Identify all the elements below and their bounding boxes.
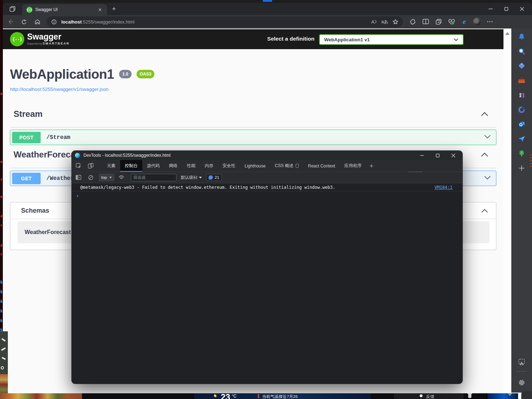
- split-screen-button[interactable]: [419, 16, 432, 27]
- smartbear-brand: SMARTBEAR: [43, 42, 70, 45]
- sidebar-drop-button[interactable]: [515, 133, 528, 145]
- minimize-button[interactable]: [483, 4, 498, 14]
- weather-widget[interactable]: 23 °C 当前气温接近7月26: [194, 393, 371, 399]
- ie-mode-icon: e: [463, 18, 466, 26]
- tab-swagger-ui[interactable]: {:} Swagger UI ✕: [22, 4, 107, 15]
- collections-button[interactable]: [432, 16, 445, 27]
- live-expression-button[interactable]: [116, 173, 127, 182]
- tab-close-button[interactable]: ✕: [96, 7, 104, 12]
- maximize-icon: [504, 7, 508, 11]
- devtools-tab[interactable]: 控制台: [120, 160, 142, 172]
- maximize-button[interactable]: [498, 4, 514, 14]
- sidebar-microsoft365-button[interactable]: [515, 103, 528, 116]
- recycle-bin-icon[interactable]: [468, 394, 471, 398]
- devtools-tab[interactable]: 网络: [164, 160, 182, 172]
- chevron-down-icon: [484, 134, 491, 139]
- console-output[interactable]: @metamask/legacy-web3 - Failed to detect…: [72, 183, 462, 384]
- post-stream-operation[interactable]: POST /Stream: [10, 130, 496, 145]
- extensions-button[interactable]: [406, 16, 419, 27]
- inspect-element-button[interactable]: [73, 161, 84, 171]
- devtools-close-button[interactable]: [445, 151, 461, 160]
- console-log-row[interactable]: @metamask/legacy-web3 - Failed to detect…: [72, 183, 462, 191]
- devtools-tab-label: Lighthouse: [245, 164, 266, 169]
- devtools-tab[interactable]: 内存: [200, 160, 218, 172]
- new-tab-button[interactable]: +: [112, 5, 116, 13]
- weather-collapse-button[interactable]: [481, 152, 488, 157]
- sidebar-search-button[interactable]: [515, 45, 528, 58]
- sidebar-web-capture-button[interactable]: [515, 356, 528, 368]
- page-scrollbar[interactable]: [503, 28, 511, 393]
- ie-mode-button[interactable]: e: [458, 16, 471, 27]
- sidebar-tools-button[interactable]: [515, 74, 528, 87]
- site-info-icon[interactable]: [48, 17, 59, 26]
- sidebar-outlook-button[interactable]: [515, 118, 528, 131]
- toolbox-icon: [518, 77, 526, 84]
- stream-collapse-button[interactable]: [481, 112, 488, 116]
- devtools-tab[interactable]: 安全性: [218, 160, 240, 172]
- select-definition-label: Select a definition: [267, 36, 314, 42]
- settings-menu-button[interactable]: [484, 16, 496, 27]
- sidebar-shopping-button[interactable]: [515, 59, 528, 72]
- devtools-minimize-button[interactable]: [414, 151, 430, 160]
- devtools-maximize-button[interactable]: [430, 151, 445, 160]
- home-button[interactable]: [31, 16, 44, 27]
- console-filter-input[interactable]: [131, 174, 177, 181]
- profile-avatar[interactable]: [471, 16, 484, 27]
- devtools-tab[interactable]: React Context: [303, 160, 340, 172]
- web-capture-icon: [518, 358, 526, 366]
- console-prompt-chevron: ›: [76, 193, 79, 199]
- widget-photo[interactable]: [0, 393, 82, 399]
- background-text-fragment: m: [0, 92, 2, 95]
- devtools-tab-label: 控制台: [125, 163, 138, 169]
- read-aloud-button[interactable]: A: [369, 17, 379, 26]
- browser-essentials-button[interactable]: [445, 16, 458, 27]
- clear-console-button[interactable]: [85, 173, 96, 182]
- browser-essentials-icon: [448, 19, 455, 25]
- expand-operation-button[interactable]: [484, 134, 491, 139]
- swagger-topbar: {··} Swagger Supported by SMARTBEAR Sele…: [3, 29, 503, 49]
- back-button[interactable]: [4, 16, 16, 27]
- sidebar-settings-button[interactable]: [515, 376, 528, 389]
- devtools-window-controls: [414, 151, 461, 160]
- devtools-titlebar[interactable]: DevTools - localhost:5255/swagger/index.…: [72, 151, 462, 160]
- edge-logo-icon: [75, 153, 80, 158]
- sidebar-add-button[interactable]: [515, 162, 528, 175]
- tree-icon: [518, 150, 526, 157]
- log-levels-dropdown[interactable]: 默认级别: [181, 175, 202, 180]
- console-sidebar-button[interactable]: [73, 173, 84, 182]
- more-tabs-button[interactable]: +: [366, 162, 377, 170]
- expand-operation-button[interactable]: [484, 175, 491, 180]
- inspect-icon: [76, 163, 82, 169]
- taskbar-thumbnail[interactable]: [487, 393, 518, 399]
- address-bar[interactable]: localhost:5255/swagger/index.html A aあ: [46, 16, 403, 27]
- devtools-tab[interactable]: CSS 概述: [270, 160, 303, 172]
- device-toolbar-button[interactable]: [85, 161, 96, 171]
- schemas-collapse-button[interactable]: [481, 208, 488, 213]
- devtools-tab[interactable]: Lighthouse: [240, 160, 270, 172]
- oas3-badge: OAS3: [137, 70, 155, 78]
- sidebar-grow-button[interactable]: [515, 147, 528, 160]
- scroll-down-arrow[interactable]: [508, 393, 512, 396]
- gear-icon: [518, 379, 526, 387]
- sidebar-games-button[interactable]: [515, 89, 528, 102]
- devtools-tab[interactable]: 性能: [182, 160, 200, 172]
- devtools-tab[interactable]: 元素: [102, 160, 120, 172]
- screen: mmf,mdc:dc:&&&&&& {:} Swagger UI ✕ +: [0, 0, 532, 399]
- devtools-tab[interactable]: 应用程序: [340, 160, 366, 172]
- refresh-button[interactable]: [18, 16, 30, 27]
- console-source-link[interactable]: VM184:1: [434, 185, 452, 190]
- favorites-button[interactable]: [390, 17, 401, 26]
- close-button[interactable]: [514, 4, 530, 14]
- spec-url-link[interactable]: http://localhost:5255/swagger/v1/swagger…: [10, 87, 108, 92]
- definition-select[interactable]: WebApplication1 v1: [319, 34, 464, 45]
- console-issues-counter[interactable]: 21: [206, 174, 222, 181]
- post-path: /Stream: [46, 134, 70, 141]
- translate-button[interactable]: aあ: [379, 17, 390, 26]
- js-context-selector[interactable]: top: [99, 173, 114, 181]
- scroll-up-arrow[interactable]: [505, 32, 510, 35]
- feedback-widget[interactable]: 反馈: [394, 393, 464, 399]
- devtools-tab[interactable]: 源代码: [142, 160, 164, 172]
- tab-actions-button[interactable]: [6, 4, 19, 14]
- sidebar-notifications-button[interactable]: [515, 30, 528, 43]
- swagger-favicon: {:}: [26, 7, 32, 13]
